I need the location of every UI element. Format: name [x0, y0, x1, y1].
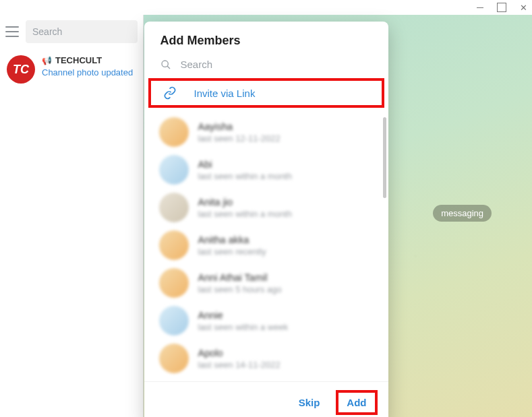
sidebar-search-input[interactable]: Search: [26, 20, 138, 43]
chat-hint-badge: messaging: [433, 205, 492, 222]
window-titlebar: [0, 0, 532, 15]
invite-via-link-label: Invite via Link: [194, 88, 256, 99]
contact-item[interactable]: Abilast seen within a month: [144, 151, 384, 189]
sidebar-search-placeholder: Search: [32, 26, 62, 37]
channel-avatar: TC: [7, 55, 35, 84]
modal-footer: Skip Add: [144, 381, 388, 417]
contact-avatar: [159, 306, 189, 335]
contact-avatar: [159, 155, 189, 185]
contact-item[interactable]: Annielast seen within a week: [144, 302, 384, 340]
megaphone-icon: 📢: [42, 56, 52, 65]
modal-title: Add Members: [144, 22, 388, 55]
menu-icon[interactable]: [5, 26, 19, 37]
contact-avatar: [159, 117, 189, 147]
link-icon: [163, 86, 177, 100]
svg-line-1: [167, 66, 170, 69]
sidebar-channel-item[interactable]: TC 📢 TECHCULT Channel photo updated: [0, 49, 143, 90]
channel-title: TECHCULT: [55, 55, 102, 65]
contact-status: last seen 14-11-2022: [198, 360, 280, 370]
contact-status: last seen 5 hours ago: [198, 284, 282, 294]
search-icon: [160, 59, 171, 70]
contact-status: last seen within a month: [198, 171, 292, 181]
modal-search-input[interactable]: [181, 59, 372, 70]
contact-status: last seen within a month: [198, 209, 292, 219]
contact-status: last seen recently: [198, 247, 266, 257]
svg-point-0: [162, 61, 168, 67]
contact-avatar: [159, 344, 189, 373]
window-close-button[interactable]: [519, 3, 528, 12]
contact-item[interactable]: Anitha akkalast seen recently: [144, 226, 384, 264]
contact-name: Annie: [198, 310, 289, 321]
add-button[interactable]: Add: [340, 393, 373, 412]
channel-subtitle: Channel photo updated: [42, 67, 136, 77]
contact-item[interactable]: Anita jiolast seen within a month: [144, 189, 384, 226]
modal-search-row: [144, 55, 388, 77]
contact-item[interactable]: Aayishalast seen 12-11-2022: [144, 113, 384, 151]
contact-name: Abi: [198, 159, 292, 170]
sidebar: Search TC 📢 TECHCULT Channel photo updat…: [0, 15, 144, 417]
contact-name: Apolo: [198, 348, 280, 358]
contact-status: last seen within a week: [198, 322, 289, 332]
contact-avatar: [159, 230, 189, 260]
contact-item[interactable]: Apololast seen 14-11-2022: [144, 340, 384, 377]
contact-name: Aayisha: [198, 121, 280, 132]
contact-avatar: [159, 268, 189, 298]
window-minimize-button[interactable]: [475, 3, 485, 12]
invite-via-link-button[interactable]: Invite via Link: [148, 78, 384, 108]
contact-status: last seen 12-11-2022: [198, 133, 280, 143]
add-members-modal: Add Members Invite via Link Aayishalast …: [144, 22, 388, 417]
contact-item[interactable]: Anni Athai Tamillast seen 5 hours ago: [144, 264, 384, 302]
skip-button[interactable]: Skip: [292, 390, 327, 415]
contact-name: Anitha akka: [198, 234, 266, 245]
contact-name: Anita jio: [198, 197, 292, 207]
window-maximize-button[interactable]: [497, 3, 506, 12]
contact-avatar: [159, 193, 189, 222]
contacts-list[interactable]: Aayishalast seen 12-11-2022 Abilast seen…: [144, 113, 388, 381]
contact-name: Anni Athai Tamil: [198, 272, 282, 283]
